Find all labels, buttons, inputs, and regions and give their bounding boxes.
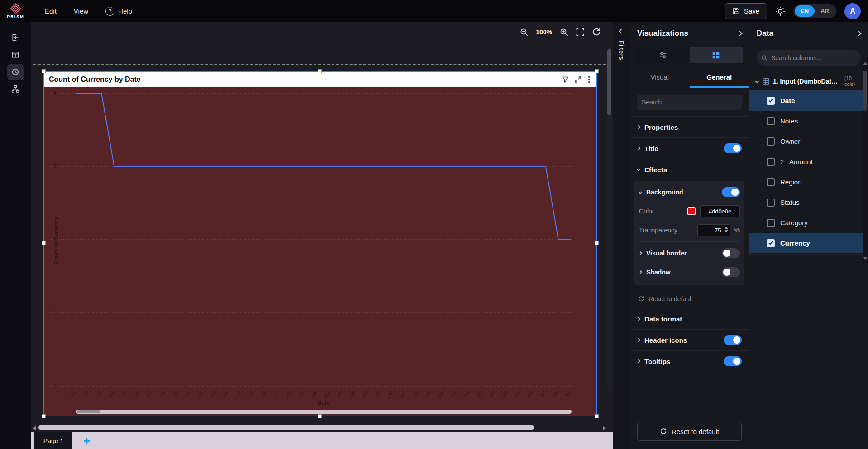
filters-collapsed-panel[interactable]: Filters	[613, 22, 630, 449]
scroll-right-arrow[interactable]	[603, 426, 606, 430]
reset-effects-link[interactable]: Reset to default	[630, 290, 749, 308]
scroll-up-arrow[interactable]	[863, 62, 867, 65]
scroll-down-arrow[interactable]	[863, 257, 867, 260]
field-row-currency[interactable]: Currency	[749, 233, 868, 253]
format-visual-tab[interactable]	[690, 47, 743, 63]
history-clock-icon[interactable]	[7, 64, 24, 80]
table-view-icon[interactable]	[7, 47, 24, 63]
field-row-owner[interactable]: Owner	[749, 131, 868, 151]
more-options-icon[interactable]	[587, 79, 591, 80]
field-checkbox[interactable]	[767, 199, 775, 207]
fields-scrollbar-thumb[interactable]	[863, 71, 867, 111]
field-row-category[interactable]: Category	[749, 213, 868, 233]
format-search-input[interactable]	[642, 99, 737, 106]
tab-general[interactable]: General	[690, 68, 749, 88]
shadow-row[interactable]: Shadow	[639, 263, 740, 282]
build-visual-tab[interactable]	[636, 47, 690, 63]
canvas-vertical-scrollbar-thumb[interactable]	[607, 49, 611, 115]
resize-handle-bottom-right[interactable]	[595, 414, 599, 418]
help-icon: ?	[105, 7, 114, 16]
visual-border-row[interactable]: Visual border	[639, 244, 740, 263]
scroll-left-arrow[interactable]	[33, 426, 36, 430]
resize-handle-top-center[interactable]	[318, 69, 322, 73]
zoom-out-icon[interactable]	[520, 28, 529, 37]
field-checkbox[interactable]	[767, 178, 775, 186]
fit-to-screen-icon[interactable]	[576, 28, 585, 37]
pages-bar: Page 1 +	[31, 432, 613, 449]
exit-editor-icon[interactable]	[7, 29, 24, 46]
field-row-amount[interactable]: ΣAmount	[749, 151, 868, 172]
menu-help[interactable]: ? Help	[105, 7, 132, 16]
section-header-icons[interactable]: Header icons	[630, 329, 749, 350]
shadow-toggle[interactable]	[722, 267, 740, 277]
lang-ar-button[interactable]: AR	[815, 5, 835, 17]
background-toggle[interactable]	[722, 187, 740, 197]
reset-to-default-button[interactable]: Reset to default	[637, 422, 742, 441]
field-checkbox[interactable]	[767, 219, 775, 227]
collapse-data-icon[interactable]	[856, 31, 861, 36]
header-icons-toggle[interactable]	[724, 335, 742, 345]
tooltips-toggle[interactable]	[724, 356, 742, 366]
table-tree-row[interactable]: 1. Input (DumboData.... (10 cols)	[749, 72, 868, 90]
save-label: Save	[744, 7, 759, 15]
section-effects[interactable]: Effects	[630, 159, 749, 180]
resize-handle-bottom-left[interactable]	[42, 414, 46, 418]
fields-scrollbar[interactable]	[863, 59, 868, 263]
field-checkbox[interactable]	[767, 97, 775, 105]
section-tooltips[interactable]: Tooltips	[630, 350, 749, 372]
filter-icon[interactable]	[562, 76, 569, 83]
field-row-date[interactable]: Date	[749, 90, 868, 111]
field-row-notes[interactable]: Notes	[749, 111, 868, 131]
visual-border-toggle[interactable]	[722, 248, 740, 258]
zoom-in-icon[interactable]	[559, 28, 568, 37]
background-row[interactable]: Background	[639, 183, 740, 202]
resize-handle-bottom-center[interactable]	[318, 414, 322, 418]
chart-visual[interactable]: Count of Currency by Date 012341/11	[43, 71, 597, 416]
field-checkbox[interactable]	[767, 239, 775, 247]
svg-text:1/16: 1/16	[259, 390, 267, 399]
avatar[interactable]: A	[844, 3, 861, 19]
chart-horizontal-scrollbar[interactable]	[76, 410, 572, 414]
canvas-horizontal-scrollbar[interactable]	[33, 425, 606, 430]
menu-edit[interactable]: Edit	[45, 7, 57, 15]
canvas-horizontal-scrollbar-thumb[interactable]	[38, 425, 534, 430]
table-expand-icon[interactable]	[755, 79, 759, 83]
page-tab-1[interactable]: Page 1	[34, 432, 72, 449]
help-label: Help	[118, 7, 132, 15]
background-color-swatch[interactable]	[687, 207, 696, 215]
svg-text:1/17: 1/17	[272, 390, 280, 399]
resize-handle-middle-right[interactable]	[595, 241, 599, 245]
resize-handle-top-right[interactable]	[595, 69, 599, 73]
collapse-visualizations-icon[interactable]	[737, 31, 742, 36]
focus-mode-icon[interactable]	[574, 76, 582, 83]
section-title[interactable]: Title	[630, 137, 749, 159]
resize-handle-top-left[interactable]	[42, 69, 46, 73]
title-toggle[interactable]	[724, 143, 742, 153]
add-page-button[interactable]: +	[83, 435, 90, 447]
save-button[interactable]: Save	[725, 3, 767, 19]
field-checkbox[interactable]	[767, 137, 775, 146]
transparency-spinner[interactable]	[725, 227, 728, 232]
background-color-input[interactable]	[700, 205, 740, 217]
flow-schema-icon[interactable]	[7, 81, 24, 97]
reset-zoom-icon[interactable]	[592, 28, 601, 37]
svg-text:4: 4	[53, 90, 56, 95]
field-checkbox[interactable]	[767, 158, 775, 166]
field-row-status[interactable]: Status	[749, 192, 868, 213]
columns-search-input[interactable]	[771, 54, 856, 61]
field-checkbox[interactable]	[767, 117, 775, 125]
section-properties[interactable]: Properties	[630, 116, 749, 137]
svg-text:1/18: 1/18	[284, 390, 292, 399]
tab-visual[interactable]: Visual	[630, 68, 690, 88]
report-canvas[interactable]: 100% Count of Currency by Date	[31, 22, 613, 449]
filters-expand-icon[interactable]	[619, 28, 624, 33]
lang-en-button[interactable]: EN	[795, 5, 815, 17]
field-row-region[interactable]: Region	[749, 172, 868, 192]
section-data-format[interactable]: Data format	[630, 308, 749, 329]
resize-handle-middle-left[interactable]	[42, 241, 46, 245]
theme-toggle-icon[interactable]	[775, 6, 785, 16]
menu-view[interactable]: View	[74, 7, 88, 15]
chart-plot-area[interactable]: 012341/11/21/31/41/51/61/71/81/91/101/11…	[44, 87, 596, 416]
chart-scrollbar-thumb[interactable]	[77, 410, 100, 413]
canvas-vertical-scrollbar[interactable]	[607, 47, 611, 390]
